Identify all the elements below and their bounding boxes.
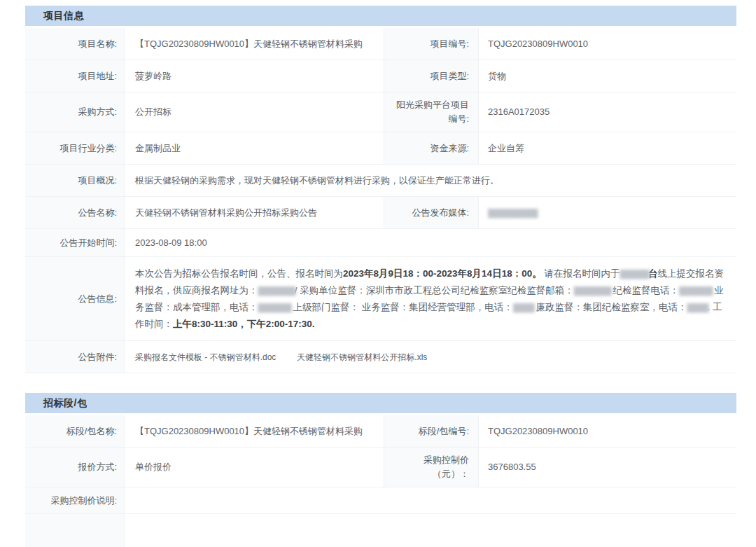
control-price-attach-label: 采购控制价说明附件:: [25, 514, 125, 547]
redacted-text: █████████: [574, 286, 610, 295]
table-row: 项目地址: 菠萝岭路 项目类型: 货物: [25, 60, 736, 92]
project-name-label: 项目名称:: [25, 28, 125, 60]
redacted-text: █████: [687, 303, 708, 312]
project-type-value: 货物: [479, 60, 736, 92]
package-no-label: 标段/包编号:: [384, 415, 479, 447]
notice-start-time-label: 公告开始时间:: [25, 229, 125, 256]
notice-text-segment: 本次公告为招标公告报名时间，公告、报名时间为: [135, 268, 343, 279]
redacted-text: █████: [513, 303, 533, 312]
project-no-value: TQJG20230809HW0010: [479, 28, 736, 60]
purchase-method-label: 采购方式:: [25, 92, 125, 132]
table-row: 采购方式: 公开招标 阳光采购平台项目编号: 2316A0172035: [25, 92, 736, 132]
control-price-attach-value: [125, 514, 736, 547]
notice-media-label: 公告发布媒体:: [384, 197, 479, 228]
package-name-value: 【TQJG20230809HW0010】天健轻钢不锈钢管材料采购: [125, 415, 384, 447]
attachment-link[interactable]: 天健轻钢不锈钢管材料公开招标.xls: [297, 350, 427, 364]
project-info-card: 项目信息 项目名称: 【TQJG20230809HW0010】天健轻钢不锈钢管材…: [25, 6, 736, 373]
table-row: 标段/包名称: 【TQJG20230809HW0010】天健轻钢不锈钢管材料采购…: [25, 415, 736, 448]
table-row: 项目概况: 根据天健轻钢的采购需求，现对天健轻钢不锈钢管材料进行采购，以保证生产…: [25, 165, 736, 197]
table-row: 公告信息: 本次公告为招标公告报名时间，公告、报名时间为2023年8月9日18：…: [25, 257, 736, 341]
notice-text-segment: 廉政监督：集团纪检监察室，电话：: [533, 302, 687, 312]
notice-name-label: 公告名称:: [25, 197, 125, 228]
notice-text-segment: 纪检监督电话：: [610, 285, 679, 296]
bid-package-card: 招标段/包 标段/包名称: 【TQJG20230809HW0010】天健轻钢不锈…: [25, 393, 736, 547]
industry-value: 金属制品业: [125, 132, 384, 164]
notice-text-segment: 请在报名时间内于: [542, 268, 620, 279]
fund-source-label: 资金来源:: [384, 132, 479, 164]
table-row: 报价方式: 单价报价 采购控制价（元）： 3676803.55: [25, 448, 736, 487]
quote-method-value: 单价报价: [125, 448, 384, 487]
table-row: 采购控制价说明:: [25, 487, 736, 514]
notice-text-segment: / 采购单位监督：深圳市市政工程总公司纪检监察室纪检监督邮箱：: [295, 285, 574, 296]
project-type-label: 项目类型:: [384, 60, 479, 92]
table-row: 公告附件: 采购报名文件模板 - 不锈钢管材料.doc天健轻钢不锈钢管材料公开招…: [25, 341, 736, 373]
purchase-method-value: 公开招标: [125, 92, 384, 132]
industry-label: 项目行业分类:: [25, 132, 125, 164]
notice-info-label: 公告信息:: [25, 257, 125, 340]
redacted-text: ████████████: [488, 206, 537, 220]
project-address-value: 菠萝岭路: [125, 60, 384, 92]
redacted-text: █████████: [258, 286, 295, 295]
table-row: 公告开始时间: 2023-08-09 18:00: [25, 229, 736, 257]
fund-source-value: 企业自筹: [479, 132, 736, 164]
platform-project-no-value: 2316A0172035: [479, 92, 736, 132]
control-price-note-label: 采购控制价说明:: [25, 487, 125, 513]
platform-project-no-label: 阳光采购平台项目编号:: [384, 92, 479, 132]
announcement-detail-page: 项目信息 项目名称: 【TQJG20230809HW0010】天健轻钢不锈钢管材…: [0, 0, 756, 547]
project-name-value: 【TQJG20230809HW0010】天健轻钢不锈钢管材料采购: [125, 28, 384, 60]
redacted-text: ████████: [679, 286, 711, 295]
table-row: 公告名称: 天健轻钢不锈钢管材料采购公开招标采购公告 公告发布媒体: █████…: [25, 197, 736, 229]
notice-text-bold-segment: 2023年8月9日18：00-2023年8月14日18：00。: [343, 268, 542, 279]
project-info-title: 项目信息: [43, 10, 84, 22]
project-info-header: 项目信息: [25, 6, 736, 28]
table-row: 项目行业分类: 金属制品业 资金来源: 企业自筹: [25, 132, 736, 165]
notice-text-segment: 上级部门监督： 业务监督：集团经营管理部，电话：: [290, 302, 513, 312]
quote-method-label: 报价方式:: [25, 448, 125, 487]
package-no-value: TQJG20230809HW0010: [479, 415, 736, 447]
bid-package-title: 招标段/包: [43, 397, 87, 410]
notice-text-bold-segment: 台: [648, 268, 658, 279]
project-address-label: 项目地址:: [25, 60, 125, 92]
package-name-label: 标段/包名称:: [25, 415, 125, 447]
control-price-value: 3676803.55: [479, 448, 736, 487]
redacted-text: ███████: [620, 270, 648, 278]
project-no-label: 项目编号:: [384, 28, 479, 60]
notice-attachments-label: 公告附件:: [25, 341, 125, 373]
bid-package-header: 招标段/包: [25, 393, 736, 415]
project-overview-label: 项目概况:: [25, 165, 125, 196]
notice-name-value: 天健轻钢不锈钢管材料采购公开招标采购公告: [125, 197, 384, 228]
project-overview-value: 根据天健轻钢的采购需求，现对天健轻钢不锈钢管材料进行采购，以保证生产能正常进行。: [125, 165, 736, 196]
table-row: 项目名称: 【TQJG20230809HW0010】天健轻钢不锈钢管材料采购 项…: [25, 28, 736, 60]
table-row: 采购控制价说明附件:: [25, 514, 736, 547]
notice-start-time-value: 2023-08-09 18:00: [125, 229, 736, 256]
redacted-text: ████████: [258, 303, 290, 312]
control-price-label: 采购控制价（元）：: [384, 448, 479, 487]
notice-attachments-list: 采购报名文件模板 - 不锈钢管材料.doc天健轻钢不锈钢管材料公开招标.xls: [125, 341, 736, 373]
notice-info-text: 本次公告为招标公告报名时间，公告、报名时间为2023年8月9日18：00-202…: [125, 257, 736, 340]
notice-text-bold-segment: 上午8:30-11:30，下午2:00-17:30.: [173, 319, 315, 329]
attachment-link[interactable]: 采购报名文件模板 - 不锈钢管材料.doc: [135, 350, 276, 364]
notice-media-value: ████████████: [479, 197, 736, 228]
control-price-note-value: [125, 487, 736, 513]
